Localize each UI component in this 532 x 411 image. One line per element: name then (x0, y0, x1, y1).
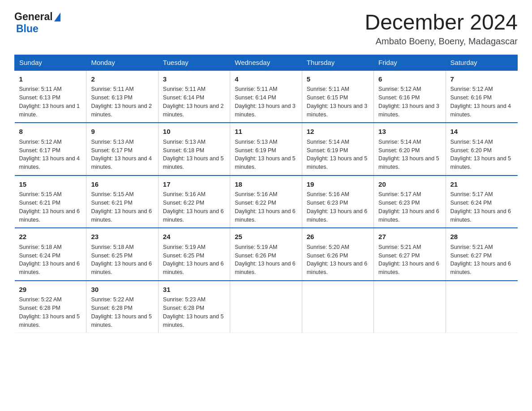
calendar-table: SundayMondayTuesdayWednesdayThursdayFrid… (14, 55, 518, 334)
day-number: 22 (19, 232, 82, 242)
day-info: Sunrise: 5:14 AMSunset: 6:19 PMDaylight:… (307, 138, 369, 171)
day-info: Sunrise: 5:22 AMSunset: 6:28 PMDaylight:… (91, 295, 153, 329)
day-info: Sunrise: 5:14 AMSunset: 6:20 PMDaylight:… (378, 138, 441, 171)
calendar-cell: 22Sunrise: 5:18 AMSunset: 6:24 PMDayligh… (15, 228, 86, 281)
day-number: 17 (163, 180, 225, 190)
day-number: 8 (19, 127, 82, 137)
day-info: Sunrise: 5:11 AMSunset: 6:13 PMDaylight:… (19, 85, 82, 119)
day-number: 9 (91, 127, 153, 137)
day-info: Sunrise: 5:16 AMSunset: 6:22 PMDaylight:… (235, 190, 297, 224)
day-number: 29 (19, 285, 82, 295)
calendar-cell: 10Sunrise: 5:13 AMSunset: 6:18 PMDayligh… (158, 123, 230, 176)
day-info: Sunrise: 5:13 AMSunset: 6:19 PMDaylight:… (235, 138, 297, 171)
weekday-header-sunday: Sunday (15, 55, 86, 70)
day-number: 30 (91, 285, 153, 295)
week-row-4: 22Sunrise: 5:18 AMSunset: 6:24 PMDayligh… (15, 228, 518, 281)
day-number: 21 (450, 180, 513, 190)
calendar-cell: 31Sunrise: 5:23 AMSunset: 6:28 PMDayligh… (158, 281, 230, 333)
day-info: Sunrise: 5:21 AMSunset: 6:27 PMDaylight:… (378, 243, 441, 277)
day-number: 28 (450, 232, 513, 242)
calendar-cell: 5Sunrise: 5:11 AMSunset: 6:15 PMDaylight… (302, 70, 373, 123)
calendar-cell (446, 281, 517, 333)
day-number: 12 (307, 127, 369, 137)
calendar-cell: 1Sunrise: 5:11 AMSunset: 6:13 PMDaylight… (15, 70, 86, 123)
calendar-cell: 19Sunrise: 5:16 AMSunset: 6:23 PMDayligh… (302, 176, 373, 228)
day-number: 16 (91, 180, 153, 190)
day-info: Sunrise: 5:17 AMSunset: 6:23 PMDaylight:… (378, 190, 441, 224)
calendar-cell: 6Sunrise: 5:12 AMSunset: 6:16 PMDaylight… (374, 70, 446, 123)
day-info: Sunrise: 5:19 AMSunset: 6:25 PMDaylight:… (163, 243, 225, 277)
day-number: 23 (91, 232, 153, 242)
day-info: Sunrise: 5:14 AMSunset: 6:20 PMDaylight:… (450, 138, 513, 171)
day-number: 11 (235, 127, 297, 137)
calendar-cell: 20Sunrise: 5:17 AMSunset: 6:23 PMDayligh… (374, 176, 446, 228)
week-row-3: 15Sunrise: 5:15 AMSunset: 6:21 PMDayligh… (15, 176, 518, 228)
weekday-header-tuesday: Tuesday (158, 55, 230, 70)
weekday-header-row: SundayMondayTuesdayWednesdayThursdayFrid… (15, 55, 518, 70)
day-info: Sunrise: 5:21 AMSunset: 6:27 PMDaylight:… (450, 243, 513, 277)
day-number: 10 (163, 127, 225, 137)
calendar-cell: 4Sunrise: 5:11 AMSunset: 6:14 PMDaylight… (230, 70, 302, 123)
day-number: 26 (307, 232, 369, 242)
day-number: 15 (19, 180, 82, 190)
day-number: 4 (235, 74, 297, 85)
calendar-cell: 12Sunrise: 5:14 AMSunset: 6:19 PMDayligh… (302, 123, 373, 176)
day-info: Sunrise: 5:18 AMSunset: 6:25 PMDaylight:… (91, 243, 153, 277)
day-number: 5 (307, 74, 369, 85)
logo-general-text: General (14, 11, 53, 23)
calendar-cell: 13Sunrise: 5:14 AMSunset: 6:20 PMDayligh… (374, 123, 446, 176)
calendar-cell (230, 281, 302, 333)
calendar-cell: 27Sunrise: 5:21 AMSunset: 6:27 PMDayligh… (374, 228, 446, 281)
day-number: 24 (163, 232, 225, 242)
week-row-5: 29Sunrise: 5:22 AMSunset: 6:28 PMDayligh… (15, 281, 518, 333)
day-info: Sunrise: 5:23 AMSunset: 6:28 PMDaylight:… (163, 295, 225, 329)
logo-blue-text: Blue (16, 23, 39, 35)
day-number: 2 (91, 74, 153, 85)
calendar-cell: 9Sunrise: 5:13 AMSunset: 6:17 PMDaylight… (86, 123, 158, 176)
page-header: General Blue December 2024 Ambato Boeny,… (14, 11, 518, 47)
day-info: Sunrise: 5:11 AMSunset: 6:13 PMDaylight:… (91, 85, 153, 119)
day-info: Sunrise: 5:17 AMSunset: 6:24 PMDaylight:… (450, 190, 513, 224)
week-row-2: 8Sunrise: 5:12 AMSunset: 6:17 PMDaylight… (15, 123, 518, 176)
logo: General Blue (14, 11, 60, 35)
day-number: 3 (163, 74, 225, 85)
calendar-cell: 24Sunrise: 5:19 AMSunset: 6:25 PMDayligh… (158, 228, 230, 281)
day-info: Sunrise: 5:18 AMSunset: 6:24 PMDaylight:… (19, 243, 82, 277)
calendar-cell: 14Sunrise: 5:14 AMSunset: 6:20 PMDayligh… (446, 123, 517, 176)
calendar-cell: 18Sunrise: 5:16 AMSunset: 6:22 PMDayligh… (230, 176, 302, 228)
month-title: December 2024 (365, 11, 518, 34)
day-info: Sunrise: 5:22 AMSunset: 6:28 PMDaylight:… (19, 295, 82, 329)
calendar-cell: 30Sunrise: 5:22 AMSunset: 6:28 PMDayligh… (86, 281, 158, 333)
weekday-header-saturday: Saturday (446, 55, 517, 70)
calendar-cell: 7Sunrise: 5:12 AMSunset: 6:16 PMDaylight… (446, 70, 517, 123)
weekday-header-friday: Friday (374, 55, 446, 70)
day-number: 13 (378, 127, 441, 137)
day-info: Sunrise: 5:11 AMSunset: 6:14 PMDaylight:… (163, 85, 225, 119)
calendar-cell: 25Sunrise: 5:19 AMSunset: 6:26 PMDayligh… (230, 228, 302, 281)
title-block: December 2024 Ambato Boeny, Boeny, Madag… (365, 11, 518, 47)
calendar-cell: 16Sunrise: 5:15 AMSunset: 6:21 PMDayligh… (86, 176, 158, 228)
calendar-cell: 21Sunrise: 5:17 AMSunset: 6:24 PMDayligh… (446, 176, 517, 228)
week-row-1: 1Sunrise: 5:11 AMSunset: 6:13 PMDaylight… (15, 70, 518, 123)
calendar-cell: 26Sunrise: 5:20 AMSunset: 6:26 PMDayligh… (302, 228, 373, 281)
day-number: 25 (235, 232, 297, 242)
day-info: Sunrise: 5:19 AMSunset: 6:26 PMDaylight:… (235, 243, 297, 277)
calendar-cell: 15Sunrise: 5:15 AMSunset: 6:21 PMDayligh… (15, 176, 86, 228)
day-info: Sunrise: 5:12 AMSunset: 6:16 PMDaylight:… (378, 85, 441, 119)
day-number: 7 (450, 74, 513, 85)
calendar-cell: 29Sunrise: 5:22 AMSunset: 6:28 PMDayligh… (15, 281, 86, 333)
calendar-cell: 3Sunrise: 5:11 AMSunset: 6:14 PMDaylight… (158, 70, 230, 123)
location-subtitle: Ambato Boeny, Boeny, Madagascar (365, 36, 518, 47)
calendar-cell (374, 281, 446, 333)
day-number: 14 (450, 127, 513, 137)
day-info: Sunrise: 5:11 AMSunset: 6:14 PMDaylight:… (235, 85, 297, 119)
day-info: Sunrise: 5:12 AMSunset: 6:17 PMDaylight:… (19, 138, 82, 171)
calendar-cell: 11Sunrise: 5:13 AMSunset: 6:19 PMDayligh… (230, 123, 302, 176)
day-number: 1 (19, 74, 82, 85)
day-info: Sunrise: 5:15 AMSunset: 6:21 PMDaylight:… (19, 190, 82, 224)
day-info: Sunrise: 5:16 AMSunset: 6:23 PMDaylight:… (307, 190, 369, 224)
calendar-cell: 17Sunrise: 5:16 AMSunset: 6:22 PMDayligh… (158, 176, 230, 228)
day-info: Sunrise: 5:20 AMSunset: 6:26 PMDaylight:… (307, 243, 369, 277)
day-info: Sunrise: 5:16 AMSunset: 6:22 PMDaylight:… (163, 190, 225, 224)
day-info: Sunrise: 5:15 AMSunset: 6:21 PMDaylight:… (91, 190, 153, 224)
